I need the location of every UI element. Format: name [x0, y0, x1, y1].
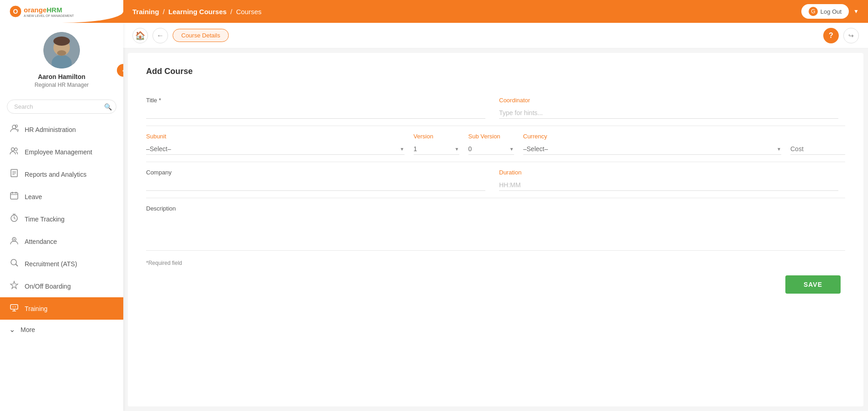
- sidebar-item-employee-management[interactable]: Employee Management: [0, 141, 123, 163]
- home-button[interactable]: 🏠: [132, 28, 148, 43]
- company-input[interactable]: [146, 179, 485, 191]
- header-actions: G Log Out ▼: [801, 4, 859, 19]
- sidebar-item-leave[interactable]: Leave: [0, 185, 123, 208]
- subversion-select[interactable]: 0: [468, 145, 508, 153]
- profile-name: Aaron Hamilton: [38, 73, 85, 80]
- duration-input[interactable]: [499, 179, 838, 191]
- version-select-wrapper: 1 ▼: [414, 143, 459, 155]
- sidebar-item-hr-administration-label: HR Administration: [25, 126, 76, 133]
- help-button[interactable]: ?: [823, 28, 839, 43]
- title-field-group: Title *: [146, 97, 492, 119]
- coordinator-label: Coordinator: [499, 97, 838, 104]
- sub-header-left: 🏠 ← Course Details: [132, 28, 229, 43]
- sidebar-item-reports[interactable]: Reports and Analytics: [0, 163, 123, 185]
- subunit-row: Subunit –Select– ▼ Version 1 ▼: [146, 126, 845, 162]
- search-input[interactable]: [7, 100, 116, 114]
- dropdown-arrow-icon[interactable]: ▼: [853, 8, 859, 15]
- company-field-group: Company: [146, 169, 492, 191]
- svg-text:O: O: [13, 8, 18, 15]
- currency-label: Currency: [523, 133, 782, 140]
- back-button[interactable]: ←: [153, 28, 168, 43]
- currency-field-group: Currency –Select– ▼: [523, 133, 782, 155]
- more-icon: ⌄: [9, 325, 15, 334]
- form-area: Add Course Title * Coordinator: [128, 53, 863, 406]
- sidebar-search-container: 🔍: [0, 95, 123, 118]
- sidebar-item-recruitment-label: Recruitment (ATS): [25, 260, 77, 268]
- version-label: Version: [414, 133, 459, 140]
- svg-point-5: [53, 37, 70, 46]
- svg-point-6: [57, 50, 66, 56]
- logo: O orangeHRM A NEW LEVEL OF MANAGEMENT: [9, 5, 74, 18]
- avatar-image: [43, 32, 80, 68]
- description-input-group: [492, 205, 845, 243]
- recruitment-icon: [9, 258, 19, 269]
- sidebar-item-time-tracking[interactable]: Time Tracking: [0, 208, 123, 230]
- svg-point-24: [14, 239, 15, 240]
- subversion-field-group: Sub Version 0 ▼: [468, 133, 514, 155]
- sidebar-item-time-tracking-label: Time Tracking: [25, 216, 64, 223]
- avatar: [43, 32, 80, 68]
- cost-input[interactable]: [790, 143, 845, 155]
- tab-course-details[interactable]: Course Details: [173, 29, 229, 42]
- reports-icon: [9, 169, 19, 180]
- version-field-group: Version 1 ▼: [414, 133, 459, 155]
- sidebar-item-more[interactable]: ⌄ More: [0, 320, 123, 339]
- duration-field-group: Duration: [492, 169, 845, 191]
- logo-area: O orangeHRM A NEW LEVEL OF MANAGEMENT: [0, 0, 123, 23]
- description-textarea[interactable]: [499, 205, 838, 242]
- svg-line-21: [14, 218, 16, 219]
- description-row: Description: [146, 198, 845, 251]
- leave-icon: [9, 191, 19, 202]
- attendance-icon: [9, 236, 19, 247]
- breadcrumb: Training / Learning Courses / Courses: [132, 8, 801, 16]
- sidebar-nav: HR Administration Employee Management Re…: [0, 118, 123, 320]
- sidebar-item-leave-label: Leave: [25, 193, 42, 200]
- sidebar-item-attendance-label: Attendance: [25, 238, 57, 245]
- sidebar-item-recruitment[interactable]: Recruitment (ATS): [0, 253, 123, 275]
- top-header: O orangeHRM A NEW LEVEL OF MANAGEMENT Tr…: [0, 0, 868, 23]
- share-button[interactable]: ↪: [843, 28, 859, 43]
- more-label: More: [21, 326, 35, 333]
- onboarding-icon: [9, 280, 19, 292]
- title-input[interactable]: [146, 107, 485, 119]
- coordinator-input[interactable]: [499, 107, 838, 119]
- save-button[interactable]: SAVE: [785, 275, 841, 294]
- subversion-arrow-icon: ▼: [510, 147, 514, 152]
- hr-admin-icon: [9, 124, 19, 135]
- coordinator-field-group: Coordinator: [492, 97, 845, 119]
- profile-role: Regional HR Manager: [35, 82, 89, 88]
- logo-icon: O: [9, 5, 22, 18]
- svg-line-26: [16, 264, 18, 267]
- company-label: Company: [146, 169, 485, 176]
- sidebar-item-onboarding[interactable]: On/Off Boarding: [0, 275, 123, 297]
- description-field-group: Description: [146, 205, 492, 216]
- svg-point-25: [11, 259, 16, 265]
- svg-point-10: [15, 148, 17, 151]
- form-title: Add Course: [146, 67, 845, 76]
- sub-header-right: ? ↪: [823, 28, 859, 43]
- content-area: 🏠 ← Course Details ? ↪ Add Course Title …: [123, 23, 868, 411]
- currency-select[interactable]: –Select–: [523, 145, 775, 153]
- sidebar-item-attendance[interactable]: Attendance: [0, 230, 123, 253]
- sidebar-item-reports-label: Reports and Analytics: [25, 171, 86, 178]
- sidebar-item-employee-management-label: Employee Management: [25, 148, 92, 156]
- sidebar-item-training-label: Training: [25, 305, 47, 312]
- subunit-label: Subunit: [146, 133, 405, 140]
- sidebar: ‹ Aaro: [0, 23, 123, 411]
- subunit-select-wrapper: –Select– ▼: [146, 143, 405, 155]
- sub-header: 🏠 ← Course Details ? ↪: [123, 23, 868, 48]
- subversion-select-wrapper: 0 ▼: [468, 143, 514, 155]
- sidebar-item-training[interactable]: Training: [0, 297, 123, 320]
- version-arrow-icon: ▼: [455, 147, 459, 152]
- training-icon: [9, 303, 19, 314]
- currency-select-wrapper: –Select– ▼: [523, 143, 782, 155]
- subunit-select[interactable]: –Select–: [146, 145, 398, 153]
- currency-arrow-icon: ▼: [777, 147, 781, 152]
- logout-button[interactable]: G Log Out: [801, 4, 849, 19]
- version-select[interactable]: 1: [414, 145, 453, 153]
- sidebar-profile: Aaron Hamilton Regional HR Manager: [0, 23, 123, 95]
- save-button-container: SAVE: [146, 266, 845, 298]
- sidebar-item-hr-administration[interactable]: HR Administration: [0, 118, 123, 141]
- title-label: Title *: [146, 97, 485, 104]
- required-note: *Required field: [146, 260, 845, 266]
